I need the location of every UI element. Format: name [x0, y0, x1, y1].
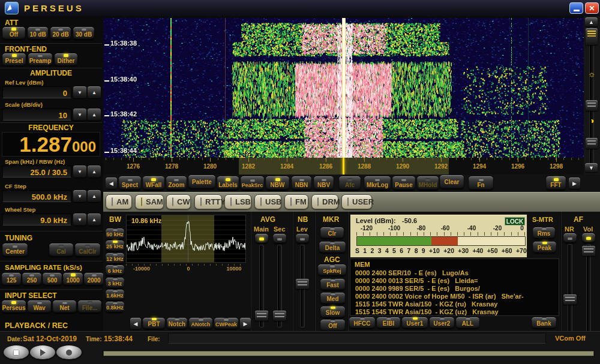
agc-med-button[interactable]: Med [320, 293, 345, 304]
labels-button[interactable]: Labels [217, 176, 239, 190]
minimize-button[interactable] [569, 2, 583, 14]
avg-main-slider-handle[interactable] [255, 311, 268, 321]
nbw-button[interactable]: NBW [266, 176, 289, 190]
cf-step-down-button[interactable]: ▼ [73, 190, 86, 202]
mode-fm-button[interactable]: FM [284, 194, 308, 209]
frequency-display[interactable]: 1.287000 [2, 132, 100, 157]
tuning-center-button[interactable]: Center [2, 243, 28, 257]
mem-user2-button[interactable]: User2 [430, 317, 454, 329]
rate-250-button[interactable]: 250 [22, 273, 41, 285]
avg-sec-slider-handle[interactable] [273, 311, 286, 321]
mem-entry[interactable]: 0000 2400 9989 SER/5 - E (es) Burgos/ [355, 285, 480, 292]
nbv-button[interactable]: NBV [314, 176, 334, 190]
memory-list-panel[interactable]: MEM 0000 2400 SER/10 - E (es) Lugo/As 00… [350, 258, 559, 316]
avg-sec-button[interactable] [273, 234, 286, 243]
avg-main-button[interactable] [255, 234, 268, 243]
smtr-peak-button[interactable]: Peak [533, 242, 556, 253]
mode-drm-button[interactable]: DRM [311, 194, 338, 209]
ref-lev-up-button[interactable]: ▲ [88, 86, 101, 98]
mkr-clr-button[interactable]: Clr [320, 227, 344, 239]
input-net-button[interactable]: Net [53, 300, 76, 313]
mid-slider-handle[interactable] [586, 100, 598, 111]
span-down-button[interactable]: ▼ [73, 166, 86, 178]
vcom-status[interactable]: VCom Off [555, 335, 586, 342]
spect-button[interactable]: Spect [119, 176, 141, 190]
filter-spectrum-display[interactable]: 10.86 kHz [126, 215, 246, 263]
smtr-rms-button[interactable]: Rms [533, 227, 555, 239]
scale-up-button[interactable]: ▲ [88, 109, 101, 121]
mhold-button[interactable]: MHold [417, 176, 439, 190]
nbn-button[interactable]: NBN [292, 176, 311, 190]
bw-50khz-button[interactable]: 50 kHz [106, 228, 124, 239]
mem-all-button[interactable]: ALL [456, 317, 479, 329]
mode-lsb-button[interactable]: LSB [224, 194, 251, 209]
wfall-button[interactable]: WFall [143, 176, 164, 190]
pause-button[interactable]: Pause [392, 176, 415, 190]
scale-field[interactable]: 10 [2, 109, 71, 121]
rate-2000-button[interactable]: 2000 [84, 273, 104, 285]
span-up-button[interactable]: ▲ [88, 166, 101, 178]
filter-left-arrow-button[interactable]: ◀ [130, 318, 141, 329]
bw-6khz-button[interactable]: 6 kHz [106, 265, 124, 276]
cf-step-up-button[interactable]: ▲ [88, 190, 101, 202]
input-wav-button[interactable]: Wav [28, 300, 51, 313]
cf-step-field[interactable]: 500.0 kHz [2, 190, 71, 202]
agc-spkrej-button[interactable]: SpkRej [318, 264, 346, 276]
brightness-slider-handle[interactable] [586, 28, 598, 45]
notch-button[interactable]: Notch [167, 318, 187, 329]
wheel-step-field[interactable]: 9.0 kHz [2, 213, 71, 225]
close-button[interactable]: ✕ [585, 2, 599, 14]
mode-usb-button[interactable]: USB [254, 194, 281, 209]
playback-progress-bar[interactable] [103, 351, 594, 356]
calclr-button[interactable]: CalClr [75, 243, 100, 257]
record-button[interactable] [56, 345, 82, 359]
palette-button[interactable]: Palette [188, 175, 215, 189]
af-nr-button[interactable] [563, 233, 577, 243]
af-vol-slider-handle[interactable] [582, 246, 595, 256]
mode-user-button[interactable]: USER [341, 194, 372, 209]
wheel-step-down-button[interactable]: ▼ [73, 213, 86, 225]
fft-button[interactable]: FFT [546, 176, 566, 190]
toolbar-left-arrow-button[interactable]: ◀ [106, 178, 117, 189]
agc-slow-button[interactable]: Slow [320, 306, 345, 318]
preamp-button[interactable]: Preamp [28, 53, 52, 66]
mem-eibi-button[interactable]: EIBI [377, 317, 400, 329]
mode-am-button[interactable]: AM [106, 194, 132, 209]
mem-entry[interactable]: 0000 2400 0002 Voice of Hope M/50 - ISR … [355, 293, 524, 300]
bw-3khz-button[interactable]: 3 kHz [106, 278, 124, 288]
contrast-slider-handle[interactable] [586, 138, 598, 149]
rate-500-button[interactable]: 500 [43, 273, 62, 285]
wheel-step-up-button[interactable]: ▲ [88, 213, 101, 225]
bw-12khz-button[interactable]: 12 kHz [106, 253, 124, 264]
anotch-button[interactable]: ANotch [189, 318, 212, 329]
mkr-delta-button[interactable]: Delta [319, 242, 346, 253]
mem-user1-button[interactable]: User1 [402, 317, 428, 329]
att-off-button[interactable]: Off [2, 27, 25, 40]
filter-right-arrow-button[interactable]: ▶ [240, 318, 251, 329]
mem-hfcc-button[interactable]: HFCC [349, 317, 375, 329]
toolbar-right-arrow-button[interactable]: ▶ [569, 178, 580, 189]
agc-fast-button[interactable]: Fast [320, 279, 345, 290]
mem-entry[interactable]: 0000 2400 SER/10 - E (es) Lugo/As [355, 269, 469, 276]
input-file-button[interactable]: File... [78, 300, 101, 313]
afc-button[interactable]: Afc [339, 176, 361, 190]
stop-button[interactable] [4, 345, 29, 359]
bw-0_8khz-button[interactable]: 0.8kHz [106, 302, 124, 312]
input-perseus-button[interactable]: Perseus [2, 300, 26, 313]
mem-bank-button[interactable]: Bank [532, 317, 556, 329]
scale-down-button[interactable]: ▼ [73, 109, 86, 121]
peaksrc-button[interactable]: PeakSrc [241, 176, 264, 190]
cal-button[interactable]: Cal [49, 243, 73, 257]
scroll-up-button[interactable]: ▲ [585, 17, 598, 26]
mem-entry[interactable]: 0000 2400 0013 SER/5 - E (es) Lleida= [355, 277, 478, 284]
att-30db-button[interactable]: 30 dB [73, 27, 94, 40]
mode-cw-button[interactable]: CW [166, 194, 191, 209]
mem-entry[interactable]: 1515 1545 TWR Asia/150 - KGZ (ru) Krasna… [355, 300, 497, 308]
ref-lev-down-button[interactable]: ▼ [73, 86, 86, 98]
dither-button[interactable]: Dither [55, 53, 77, 66]
bw-1_6khz-button[interactable]: 1.6kHz [106, 290, 124, 300]
cwpeak-button[interactable]: CWPeak [214, 318, 238, 329]
clear-button[interactable]: Clear [440, 175, 464, 189]
rate-1000-button[interactable]: 1000 [63, 273, 83, 285]
rate-125-button[interactable]: 125 [2, 273, 21, 285]
